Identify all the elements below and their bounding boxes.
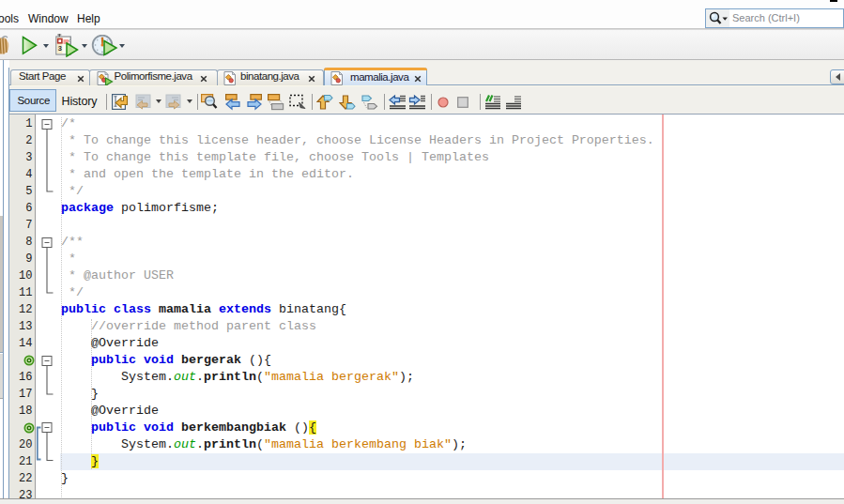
svg-text:3: 3 bbox=[58, 44, 62, 53]
